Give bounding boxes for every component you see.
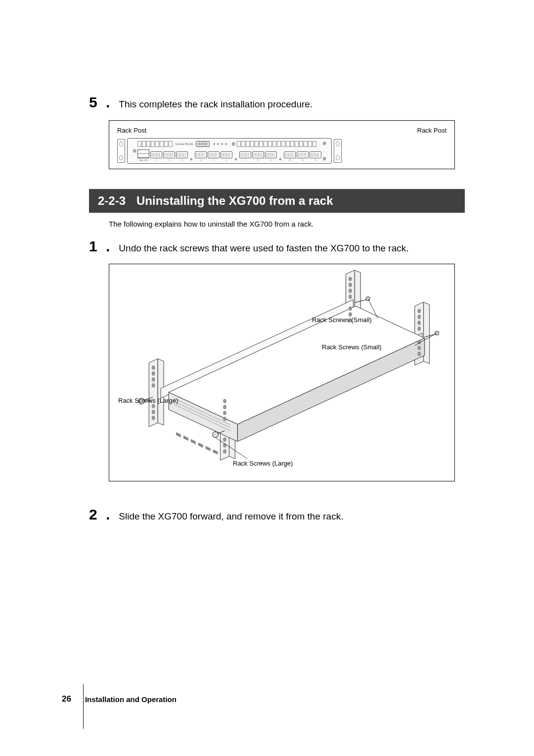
ethernet-port [208, 151, 220, 158]
rack-post-label-right: Rack Post [417, 127, 446, 134]
step-number: 1 [89, 238, 104, 255]
ethernet-port [150, 151, 162, 158]
rack-ear-right [334, 139, 342, 163]
ethernet-port [195, 151, 207, 158]
svg-rect-2 [191, 439, 196, 445]
screw-icon: ⊕ [231, 141, 235, 146]
section-header: 2-2-3 Uninstalling the XG700 from a rack [89, 189, 465, 213]
step-number: 5 [89, 94, 104, 111]
label-rack-screws-large: Rack Screws (Large) [233, 460, 293, 467]
step-dot: . [106, 506, 110, 523]
svg-point-23 [152, 383, 155, 387]
svg-rect-0 [176, 432, 181, 438]
svg-point-26 [152, 416, 155, 420]
svg-point-32 [223, 444, 226, 448]
step-text: Undo the rack screws that were used to f… [119, 239, 408, 255]
svg-rect-1 [183, 436, 188, 441]
svg-point-6 [349, 277, 352, 281]
footer-title: Installation and Operation [85, 695, 177, 704]
page-number: 26 [62, 694, 71, 704]
ethernet-port [221, 151, 232, 158]
screw-icon: ⊕ [234, 157, 237, 161]
svg-point-14 [418, 315, 421, 319]
svg-point-9 [349, 295, 352, 299]
label-rack-screws-large: Rack Screws (Large) [118, 397, 178, 404]
screw-icon: ⊕ [279, 157, 282, 161]
figure-rack-front-view: Rack Post Rack Post ⊕ Console RS-232 [109, 120, 455, 169]
svg-point-10 [349, 307, 352, 311]
rack-ear-left [117, 139, 125, 163]
svg-point-18 [418, 346, 421, 350]
rack-post-label-left: Rack Post [117, 127, 146, 134]
screw-icon: ⊕ [133, 148, 136, 153]
svg-point-7 [349, 283, 352, 287]
screw-icon: ⊕ [322, 141, 326, 146]
mgmt-label: Mng LAN [139, 159, 148, 161]
step-text: This completes the rack installation pro… [119, 95, 312, 111]
svg-point-20 [152, 366, 155, 370]
label-rack-screws-small: Rack Screws (Small) [312, 316, 372, 324]
step-dot: . [106, 94, 110, 111]
step-number: 2 [89, 506, 104, 523]
ethernet-port [239, 151, 251, 158]
svg-rect-5 [213, 449, 218, 455]
step-dot: . [106, 238, 110, 255]
svg-point-28 [223, 405, 226, 409]
section-intro: The following explains how to uninstall … [109, 220, 465, 228]
svg-point-8 [349, 289, 352, 293]
svg-point-24 [152, 404, 155, 408]
screw-icon: ⊕ [322, 156, 326, 161]
svg-point-21 [152, 372, 155, 376]
ethernet-port [297, 151, 309, 158]
svg-point-33 [223, 449, 226, 453]
ethernet-port [176, 151, 188, 158]
svg-point-42 [213, 432, 219, 438]
figure-rack-isometric: Rack Screws (Small) Rack Screws (Small) … [109, 264, 455, 481]
screw-icon: ⊕ [190, 157, 193, 161]
svg-point-25 [152, 410, 155, 414]
console-label: Console RS-232 [175, 142, 193, 145]
ethernet-port [163, 151, 175, 158]
svg-point-29 [223, 411, 226, 415]
section-number: 2-2-3 [98, 194, 126, 208]
console-port [196, 141, 210, 147]
section-title: Uninstalling the XG700 from a rack [136, 194, 333, 208]
ethernet-port [310, 151, 321, 158]
ethernet-port [265, 151, 277, 158]
mgmt-port [137, 149, 149, 158]
svg-point-30 [223, 417, 226, 421]
svg-point-15 [418, 321, 421, 325]
svg-point-19 [418, 352, 421, 356]
page-footer: 26 Installation and Operation [62, 694, 177, 704]
isometric-diagram [109, 264, 454, 481]
svg-point-31 [223, 438, 226, 442]
step-text: Slide the XG700 forward, and remove it f… [119, 507, 343, 523]
step-2: 2 . Slide the XG700 forward, and remove … [89, 506, 465, 523]
svg-rect-3 [198, 442, 203, 448]
svg-point-13 [418, 309, 421, 313]
ethernet-port [252, 151, 264, 158]
step-5: 5 . This completes the rack installation… [89, 94, 465, 111]
label-rack-screws-small: Rack Screws (Small) [322, 343, 382, 351]
footer-divider [83, 684, 84, 729]
svg-point-27 [223, 399, 226, 403]
svg-point-22 [152, 378, 155, 381]
device-chassis: ⊕ Console RS-232 [127, 138, 332, 164]
ethernet-port [284, 151, 296, 158]
step-1: 1 . Undo the rack screws that were used … [89, 238, 465, 255]
svg-rect-4 [206, 446, 211, 451]
svg-point-16 [418, 327, 421, 331]
